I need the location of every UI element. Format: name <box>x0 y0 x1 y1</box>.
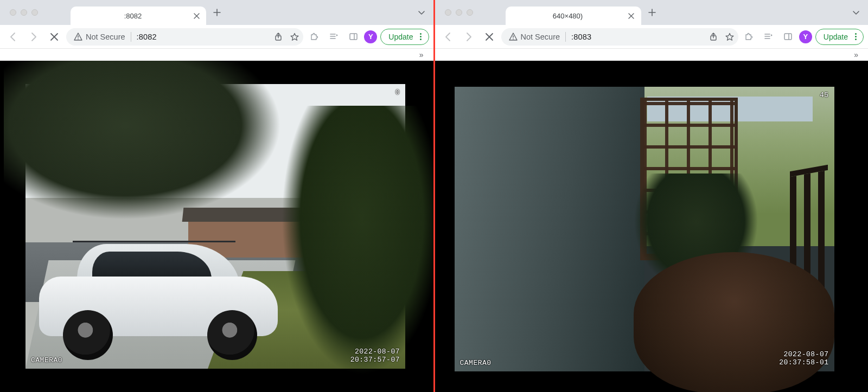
reading-list-icon[interactable] <box>326 29 341 44</box>
reload-button[interactable] <box>46 28 63 46</box>
window-traffic-lights <box>10 9 38 16</box>
omnibox-separator <box>565 32 566 42</box>
extension-icons <box>742 29 796 44</box>
reload-button[interactable] <box>481 28 498 46</box>
tab-strip: :8082 <box>0 0 433 25</box>
omnibox-separator <box>131 32 131 42</box>
not-secure-icon <box>74 33 82 41</box>
menu-dots-icon[interactable] <box>417 33 425 40</box>
security-indicator[interactable]: Not Secure <box>509 33 560 41</box>
address-bar[interactable]: Not Secure :8082 <box>66 28 303 46</box>
svg-rect-1 <box>78 38 79 40</box>
camera-overlay-timestamp: 2022-08-07 20:37:57-07 <box>350 348 400 364</box>
forward-button[interactable] <box>25 28 42 46</box>
svg-rect-3 <box>350 34 357 40</box>
camera-stream[interactable]: 0 CAMERA0 2022-08-07 20:37:57-07 <box>25 84 405 369</box>
camera-overlay-timestamp: 2022-08-07 20:37:58-01 <box>779 350 828 367</box>
back-button[interactable] <box>439 28 457 46</box>
update-label: Update <box>388 33 413 41</box>
profile-avatar[interactable]: Y <box>364 30 377 43</box>
traffic-minimize[interactable] <box>456 9 462 16</box>
share-icon[interactable] <box>274 33 283 41</box>
bookmark-star-icon[interactable] <box>290 33 299 41</box>
camera-overlay-topright: 45 <box>820 91 829 99</box>
extensions-puzzle-icon[interactable] <box>742 29 757 44</box>
camera-overlay-label: CAMERA0 <box>31 356 62 364</box>
tab-close-icon[interactable] <box>192 11 201 20</box>
tab-search-dropdown-icon[interactable] <box>414 5 429 20</box>
camera-overlay-topright: 0 <box>395 88 400 97</box>
browser-toolbar: Not Secure :8083 <box>435 25 869 49</box>
browser-window-left: :8082 Not Secure :8082 <box>0 0 433 392</box>
security-label: Not Secure <box>521 33 560 41</box>
camera-overlay-label: CAMERA0 <box>460 359 492 367</box>
svg-rect-8 <box>784 34 792 40</box>
browser-tab[interactable]: :8082 <box>71 7 206 25</box>
tab-title: 640×480) <box>513 12 623 20</box>
traffic-zoom[interactable] <box>31 9 38 16</box>
page-content: 0 CAMERA0 2022-08-07 20:37:57-07 <box>0 61 433 392</box>
bookmarks-overflow-bar: » <box>0 49 433 61</box>
security-label: Not Secure <box>86 33 125 41</box>
browser-window-right: 640×480) Not Secure :8083 <box>435 0 869 392</box>
security-indicator[interactable]: Not Secure <box>74 33 125 41</box>
bookmarks-overflow-bar: » <box>435 49 869 61</box>
traffic-close[interactable] <box>445 9 451 16</box>
traffic-minimize[interactable] <box>21 9 27 16</box>
update-button[interactable]: Update <box>380 29 429 45</box>
camera-scene <box>455 87 834 371</box>
svg-rect-6 <box>513 38 514 40</box>
browser-toolbar: Not Secure :8082 <box>0 25 433 49</box>
bookmarks-overflow-chevron-icon[interactable]: » <box>854 50 858 59</box>
tab-search-dropdown-icon[interactable] <box>848 5 864 20</box>
url-text: :8082 <box>137 33 269 41</box>
side-panel-icon[interactable] <box>346 29 361 44</box>
traffic-zoom[interactable] <box>467 9 473 16</box>
share-icon[interactable] <box>709 33 718 41</box>
profile-avatar[interactable]: Y <box>799 30 812 43</box>
new-tab-button[interactable] <box>209 5 225 20</box>
bookmarks-overflow-chevron-icon[interactable]: » <box>419 50 424 59</box>
svg-rect-5 <box>513 35 514 37</box>
address-bar[interactable]: Not Secure :8083 <box>501 28 738 46</box>
camera-scene <box>25 84 405 369</box>
reading-list-icon[interactable] <box>761 29 776 44</box>
extensions-puzzle-icon[interactable] <box>307 29 322 44</box>
side-panel-icon[interactable] <box>781 29 796 44</box>
url-text: :8083 <box>571 33 704 41</box>
not-secure-icon <box>509 33 518 41</box>
traffic-close[interactable] <box>10 9 16 16</box>
avatar-initial: Y <box>803 33 808 41</box>
browser-tab[interactable]: 640×480) <box>506 7 641 25</box>
camera-stream[interactable]: 45 CAMERA0 2022-08-07 20:37:58-01 <box>455 87 834 371</box>
menu-dots-icon[interactable] <box>851 33 860 40</box>
forward-button[interactable] <box>460 28 477 46</box>
avatar-initial: Y <box>368 33 373 41</box>
bookmark-star-icon[interactable] <box>725 33 734 41</box>
tab-close-icon[interactable] <box>627 11 636 20</box>
new-tab-button[interactable] <box>644 5 660 20</box>
tab-strip: 640×480) <box>435 0 869 25</box>
page-content: 45 CAMERA0 2022-08-07 20:37:58-01 <box>435 61 869 392</box>
car-in-driveway <box>39 228 294 358</box>
tab-title: :8082 <box>78 12 188 20</box>
extension-icons <box>307 29 361 44</box>
back-button[interactable] <box>4 28 22 46</box>
svg-rect-0 <box>78 35 79 37</box>
window-traffic-lights <box>445 9 473 16</box>
update-button[interactable]: Update <box>815 29 864 45</box>
update-label: Update <box>824 33 848 41</box>
